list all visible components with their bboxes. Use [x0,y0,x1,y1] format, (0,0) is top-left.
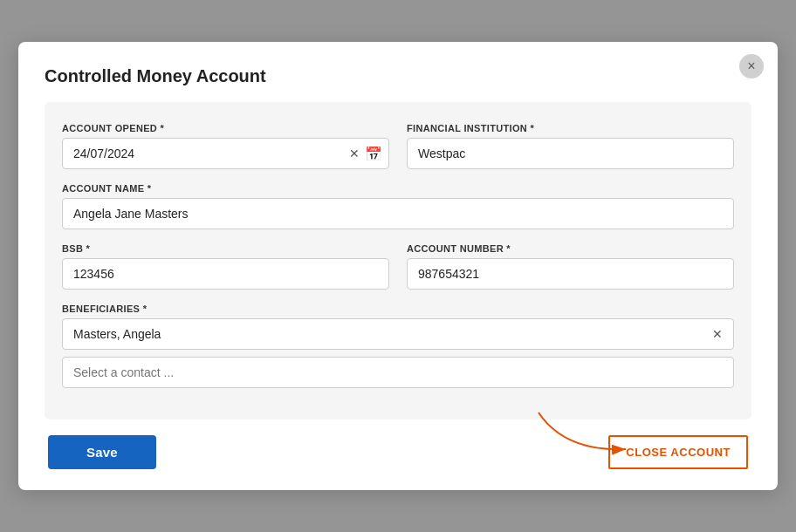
account-number-label: ACCOUNT NUMBER * [407,243,734,254]
modal-body: ACCOUNT OPENED * ✕ 📅 FINANCIAL INSTITUTI… [45,102,751,419]
beneficiaries-group: BENEFICIARIES * Masters, Angela ✕ [62,304,734,388]
account-number-group: ACCOUNT NUMBER * [407,243,734,290]
beneficiary-tag-text: Masters, Angela [73,327,161,341]
financial-institution-label: FINANCIAL INSTITUTION * [407,123,734,133]
account-opened-input-wrapper: ✕ 📅 [62,138,389,169]
account-name-group: ACCOUNT NAME * [62,183,734,229]
modal-close-button[interactable]: × [739,54,764,78]
modal-dialog: × Controlled Money Account ACCOUNT OPENE… [18,42,778,490]
close-account-button[interactable]: CLOSE ACCOUNT [608,435,748,469]
clear-date-icon[interactable]: ✕ [349,147,360,160]
account-number-input[interactable] [407,258,734,290]
beneficiary-tag-row: Masters, Angela ✕ [62,318,734,350]
select-contact-input[interactable] [62,357,734,388]
form-row-3: BSB * ACCOUNT NUMBER * [62,243,734,290]
remove-beneficiary-icon[interactable]: ✕ [712,327,723,341]
form-row-1: ACCOUNT OPENED * ✕ 📅 FINANCIAL INSTITUTI… [62,123,734,169]
calendar-icon[interactable]: 📅 [365,146,382,162]
financial-institution-group: FINANCIAL INSTITUTION * [407,123,734,169]
account-opened-group: ACCOUNT OPENED * ✕ 📅 [62,123,389,169]
account-name-label: ACCOUNT NAME * [62,183,734,194]
bsb-group: BSB * [62,243,389,290]
account-name-input[interactable] [62,198,734,229]
financial-institution-input-wrapper [407,138,734,169]
modal-footer: Save CLOSE ACCOUNT [45,435,751,469]
beneficiaries-label: BENEFICIARIES * [62,304,734,314]
account-opened-input[interactable] [62,138,389,169]
financial-institution-input[interactable] [407,138,734,169]
close-icon: × [747,59,755,73]
bsb-label: BSB * [62,243,389,254]
account-opened-label: ACCOUNT OPENED * [62,123,389,133]
form-row-2: ACCOUNT NAME * [62,183,734,229]
modal-overlay: × Controlled Money Account ACCOUNT OPENE… [0,0,796,532]
date-input-icons: ✕ 📅 [349,146,382,162]
bsb-input[interactable] [62,258,389,290]
form-row-4: BENEFICIARIES * Masters, Angela ✕ [62,304,734,388]
save-button[interactable]: Save [48,435,156,469]
modal-title: Controlled Money Account [45,66,751,86]
close-account-container: CLOSE ACCOUNT [608,435,748,469]
